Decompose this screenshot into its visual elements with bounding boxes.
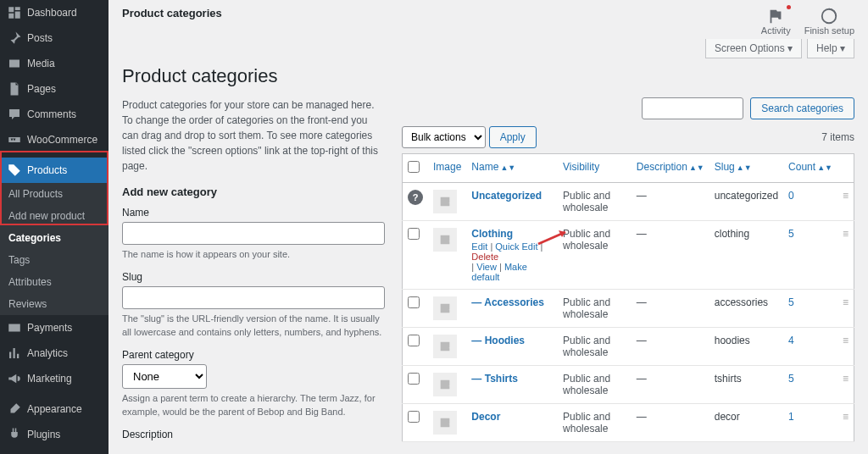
pin-icon bbox=[7, 30, 22, 46]
breadcrumb: Product categories bbox=[122, 7, 222, 19]
left-column: Product categories for your store can be… bbox=[122, 97, 385, 451]
sidebar-item-payments[interactable]: Payments bbox=[0, 315, 108, 340]
category-name-link[interactable]: Decor bbox=[471, 411, 500, 423]
sidebar-sub-attributes[interactable]: Attributes bbox=[0, 271, 108, 293]
bulk-actions-select[interactable]: Bulk actions bbox=[402, 126, 486, 148]
drag-handle[interactable]: ≡ bbox=[837, 404, 854, 442]
col-count-sort[interactable]: Count▲▼ bbox=[788, 161, 832, 173]
sidebar-item-pages[interactable]: Pages bbox=[0, 76, 108, 102]
category-name-link[interactable]: — Tshirts bbox=[471, 373, 517, 385]
parent-label: Parent category bbox=[122, 349, 385, 361]
table-row: — AccessoriesPublic and wholesale—access… bbox=[403, 290, 854, 328]
category-name-link[interactable]: Clothing bbox=[471, 228, 513, 240]
add-category-heading: Add new category bbox=[122, 185, 385, 198]
sidebar-item-users[interactable]: Users bbox=[0, 447, 108, 454]
slug-cell: tshirts bbox=[709, 366, 783, 404]
table-row: ClothingEdit | Quick Edit | Delete| View… bbox=[403, 221, 854, 290]
search-button[interactable]: Search categories bbox=[750, 97, 854, 119]
sidebar-sub-categories[interactable]: Categories bbox=[0, 227, 108, 249]
sidebar-item-marketing[interactable]: Marketing bbox=[0, 366, 108, 391]
drag-handle[interactable]: ≡ bbox=[837, 366, 854, 404]
description-cell: — bbox=[632, 404, 709, 442]
row-checkbox[interactable] bbox=[408, 335, 420, 346]
sidebar-sub-tags[interactable]: Tags bbox=[0, 249, 108, 271]
sidebar-item-media[interactable]: Media bbox=[0, 51, 108, 76]
category-name-link[interactable]: Uncategorized bbox=[471, 190, 542, 202]
drag-handle[interactable]: ≡ bbox=[837, 328, 854, 366]
apply-button[interactable]: Apply bbox=[489, 126, 537, 148]
col-slug-sort[interactable]: Slug▲▼ bbox=[715, 161, 752, 173]
brush-icon bbox=[7, 401, 22, 417]
mega-icon bbox=[7, 371, 22, 386]
col-name-sort[interactable]: Name▲▼ bbox=[471, 161, 515, 173]
screen-options-tab[interactable]: Screen Options ▾ bbox=[705, 39, 802, 58]
slug-input[interactable] bbox=[122, 286, 385, 309]
count-link[interactable]: 5 bbox=[788, 373, 794, 385]
flag-icon bbox=[766, 7, 785, 25]
sidebar-item-analytics[interactable]: Analytics bbox=[0, 340, 108, 366]
edit-link[interactable]: Edit bbox=[471, 241, 487, 252]
woo-icon bbox=[7, 132, 22, 147]
visibility-cell: Public and wholesale bbox=[558, 328, 632, 366]
row-checkbox[interactable] bbox=[408, 411, 420, 423]
count-link[interactable]: 5 bbox=[788, 296, 794, 308]
sidebar-sub-add-new-product[interactable]: Add new product bbox=[0, 205, 108, 227]
sidebar-item-label: Marketing bbox=[27, 373, 72, 385]
row-checkbox[interactable] bbox=[408, 296, 420, 308]
sidebar-item-label: Plugins bbox=[27, 429, 60, 440]
row-actions: Edit | Quick Edit | Delete| View | Make … bbox=[471, 241, 553, 282]
card-icon bbox=[7, 320, 22, 335]
sidebar-item-plugins[interactable]: Plugins bbox=[0, 422, 108, 447]
sidebar-sub-reviews[interactable]: Reviews bbox=[0, 293, 108, 315]
delete-link[interactable]: Delete bbox=[471, 252, 498, 262]
sidebar-item-label: Analytics bbox=[27, 347, 68, 359]
col-image: Image bbox=[428, 154, 466, 183]
sidebar-item-products[interactable]: Products bbox=[0, 158, 108, 183]
parent-select[interactable]: None bbox=[122, 364, 207, 389]
progress-icon bbox=[820, 7, 838, 25]
visibility-cell: Public and wholesale bbox=[558, 366, 632, 404]
sidebar-item-label: Appearance bbox=[27, 403, 82, 415]
description-cell: — bbox=[632, 221, 709, 290]
finish-setup-button[interactable]: Finish setup bbox=[804, 7, 854, 36]
count-link[interactable]: 5 bbox=[788, 228, 794, 240]
view-link[interactable]: View bbox=[476, 262, 497, 272]
help-tab[interactable]: Help ▾ bbox=[807, 39, 854, 58]
drag-handle[interactable]: ≡ bbox=[837, 221, 854, 290]
row-checkbox[interactable] bbox=[408, 373, 420, 385]
count-link[interactable]: 1 bbox=[788, 411, 794, 423]
sidebar-sub-all-products[interactable]: All Products bbox=[0, 183, 108, 205]
drag-handle[interactable]: ≡ bbox=[837, 290, 854, 328]
col-description-sort[interactable]: Description▲▼ bbox=[637, 161, 704, 173]
notification-dot bbox=[787, 5, 791, 9]
count-link[interactable]: 0 bbox=[788, 190, 794, 202]
slug-help: The "slug" is the URL-friendly version o… bbox=[122, 313, 385, 339]
tag-icon bbox=[7, 163, 22, 178]
quick-edit-link[interactable]: Quick Edit bbox=[495, 241, 537, 252]
thumbnail bbox=[433, 296, 457, 320]
select-all-checkbox[interactable] bbox=[408, 161, 420, 173]
category-name-link[interactable]: — Accessories bbox=[471, 296, 544, 308]
sidebar-item-label: Posts bbox=[27, 32, 53, 44]
activity-button[interactable]: Activity bbox=[761, 7, 791, 36]
row-checkbox[interactable] bbox=[408, 228, 420, 240]
category-name-link[interactable]: — Hoodies bbox=[471, 335, 525, 346]
sidebar-item-comments[interactable]: Comments bbox=[0, 102, 108, 127]
sidebar-item-label: Media bbox=[27, 58, 55, 69]
search-input[interactable] bbox=[642, 97, 743, 119]
thumbnail bbox=[433, 228, 457, 252]
count-link[interactable]: 4 bbox=[788, 335, 794, 346]
sidebar-item-posts[interactable]: Posts bbox=[0, 25, 108, 51]
description-label: Description bbox=[122, 429, 385, 440]
sidebar-item-label: Comments bbox=[27, 108, 76, 120]
name-input[interactable] bbox=[122, 222, 385, 245]
drag-handle[interactable]: ≡ bbox=[837, 183, 854, 221]
sidebar-item-woocommerce[interactable]: WooCommerce bbox=[0, 127, 108, 152]
sidebar-item-appearance[interactable]: Appearance bbox=[0, 396, 108, 422]
table-row: — HoodiesPublic and wholesale—hoodies4≡ bbox=[403, 328, 854, 366]
page-title: Product categories bbox=[122, 65, 854, 87]
help-icon[interactable]: ? bbox=[408, 190, 423, 205]
slug-cell: hoodies bbox=[709, 328, 783, 366]
description-cell: — bbox=[632, 328, 709, 366]
sidebar-item-dashboard[interactable]: Dashboard bbox=[0, 0, 108, 25]
